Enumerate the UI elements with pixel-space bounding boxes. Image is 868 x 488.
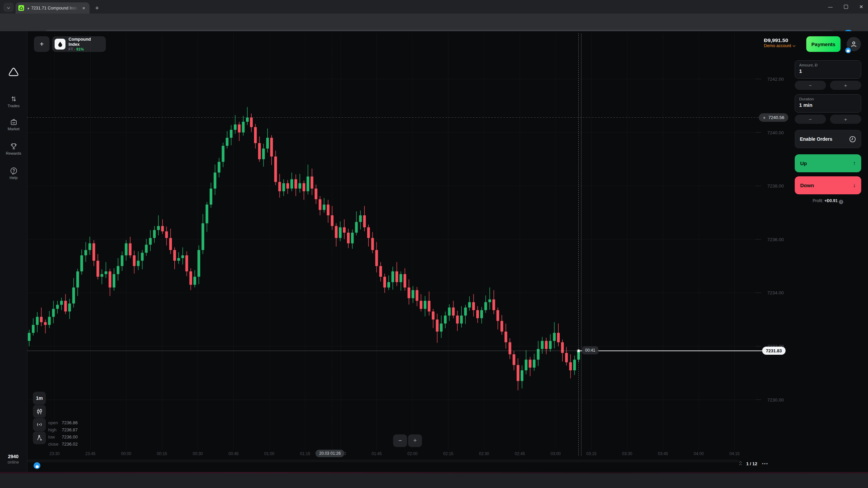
svg-text:03:15: 03:15 [586, 451, 596, 456]
tab-search-button[interactable] [3, 3, 14, 12]
arrow-down-icon: ↓ [853, 182, 856, 189]
svg-text:02:15: 02:15 [443, 451, 453, 456]
compass-draw-icon [36, 435, 43, 441]
duration-increase-button[interactable]: + [830, 115, 861, 124]
app-sidebar: Trades Market Rewards Help [0, 31, 27, 472]
sidebar-item-label: Rewards [6, 151, 21, 155]
svg-text:7242.00: 7242.00 [767, 77, 784, 82]
svg-text:00:15: 00:15 [157, 451, 167, 456]
assistant-chat-button[interactable] [34, 462, 40, 469]
ohlc-legend: open7236.86 high7236.87 low7236.00 close… [48, 419, 78, 448]
amount-decrease-button[interactable]: − [795, 81, 826, 90]
svg-text:7240.00: 7240.00 [767, 130, 784, 135]
up-label: Up [800, 160, 807, 166]
profit-value: +Đ0.91 [824, 198, 837, 203]
ohlc-row: low7236.00 [48, 433, 78, 441]
sidebar-item-help[interactable]: Help [0, 167, 27, 180]
svg-text:02:45: 02:45 [515, 451, 525, 456]
amount-label: Amount, Đ [799, 63, 857, 67]
duration-input[interactable]: Duration 1 min [795, 94, 861, 113]
zoom-in-button[interactable]: + [408, 434, 422, 447]
enable-orders-label: Enable Orders [800, 136, 832, 142]
svg-text:00:45: 00:45 [228, 451, 238, 456]
browser-tab[interactable]: ▲ 7231.71 Compound Index | Tr × [16, 2, 90, 14]
duration-value[interactable]: 1 min [799, 102, 857, 108]
profit-help-icon[interactable]: ? [839, 200, 843, 204]
crosshair-time-badge: 20.03 01:26 [315, 450, 344, 457]
browser-toolbar: ← → ↻ olymptrade.com/platform ☆ Y ⋮ [0, 14, 868, 31]
svg-text:04:15: 04:15 [729, 451, 739, 456]
chart-scrollbar[interactable] [27, 460, 739, 462]
amount-input[interactable]: Amount, Đ 1 [795, 60, 861, 79]
trades-arrows-icon [10, 95, 18, 103]
rewards-trophy-icon [10, 142, 18, 150]
down-label: Down [800, 182, 814, 188]
svg-text:03:00: 03:00 [551, 451, 561, 456]
signal-icon [36, 422, 43, 427]
online-label: online [0, 460, 26, 465]
candlestick-chart[interactable]: 7242.007240.007238.007236.007234.007232.… [27, 31, 868, 458]
expiry-countdown-badge: 00:41 [582, 346, 598, 354]
plus-icon[interactable]: + [763, 115, 766, 120]
svg-text:7230.00: 7230.00 [767, 397, 784, 403]
timeframe-button[interactable]: 1m [33, 392, 46, 405]
svg-text:03:30: 03:30 [622, 451, 632, 456]
svg-text:7236.00: 7236.00 [767, 237, 784, 242]
window-minimize-button[interactable]: — [824, 0, 837, 14]
browser-tabstrip: ▲ 7231.71 Compound Index | Tr × + — × [0, 0, 868, 14]
enable-orders-button[interactable]: Enable Orders [795, 130, 861, 148]
candlestick-icon [36, 408, 43, 415]
ohlc-row: high7236.87 [48, 426, 78, 433]
collapse-pages-icon[interactable] [739, 462, 741, 466]
svg-text:7238.00: 7238.00 [767, 183, 784, 189]
zoom-out-button[interactable]: − [393, 434, 407, 447]
tab-close-icon[interactable]: × [81, 5, 87, 11]
page-indicator: 1 / 12 [746, 461, 757, 466]
price-alert-badge[interactable]: + 7240.56 [759, 113, 788, 122]
sidebar-item-label: Trades [7, 104, 19, 108]
amount-value[interactable]: 1 [799, 68, 857, 74]
sidebar-item-label: Market [7, 127, 19, 131]
alert-price-value: 7240.56 [768, 115, 784, 120]
svg-text:01:15: 01:15 [300, 451, 310, 456]
amount-increase-button[interactable]: + [830, 81, 861, 90]
chart-type-button[interactable] [33, 405, 46, 418]
trade-down-button[interactable]: Down ↓ [795, 176, 861, 194]
market-bag-icon [10, 118, 18, 126]
live-signals-button[interactable] [33, 418, 46, 431]
svg-text:01:00: 01:00 [264, 451, 274, 456]
sidebar-item-trades[interactable]: Trades [0, 95, 27, 108]
maximize-icon [844, 5, 848, 9]
tab-title: 7231.71 Compound Index | Tr [31, 6, 78, 11]
window-maximize-button[interactable] [839, 0, 853, 14]
olymptrade-logo-icon[interactable] [8, 66, 19, 78]
sidebar-item-label: Help [9, 176, 18, 180]
more-options-icon[interactable]: ••• [762, 462, 769, 466]
windows-taskbar: 2 28°C Berawan Y Y A [0, 473, 868, 488]
new-tab-button[interactable]: + [92, 3, 102, 13]
sidebar-item-market[interactable]: Market [0, 118, 27, 131]
olymptrade-favicon-icon [18, 5, 24, 11]
price-up-indicator: ▲ [27, 6, 30, 10]
svg-text:00:30: 00:30 [193, 451, 203, 456]
screen: ▲ 7231.71 Compound Index | Tr × + — × ← … [0, 0, 868, 488]
profit-info: Profit: +Đ0.91? [795, 198, 861, 204]
drawing-tools-button[interactable] [33, 431, 46, 444]
ohlc-row: open7236.86 [48, 419, 78, 426]
svg-text:04:00: 04:00 [694, 451, 704, 456]
duration-decrease-button[interactable]: − [795, 115, 826, 124]
ohlc-row: close7236.02 [48, 441, 78, 448]
svg-text:03:45: 03:45 [658, 451, 668, 456]
svg-text:7234.00: 7234.00 [767, 290, 784, 295]
svg-text:23:30: 23:30 [50, 451, 60, 456]
online-count: 2940 [0, 454, 26, 459]
help-question-icon [10, 167, 18, 175]
svg-text:02:00: 02:00 [407, 451, 418, 456]
current-price-badge: 7231.83 [762, 347, 786, 355]
trade-up-button[interactable]: Up ↑ [795, 154, 861, 172]
sidebar-item-rewards[interactable]: Rewards [0, 142, 27, 155]
arrow-up-icon: ↑ [853, 160, 856, 167]
candles-layer [28, 107, 580, 390]
clock-icon [849, 136, 856, 143]
window-close-button[interactable]: × [854, 0, 868, 14]
